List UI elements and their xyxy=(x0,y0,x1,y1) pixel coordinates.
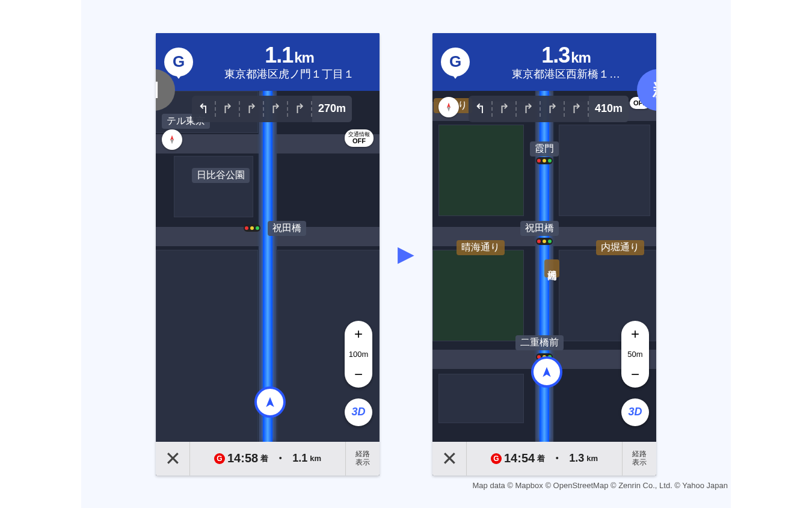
footer-bar: ✕ G 14:58着 ・ 1.1km 経路 表示 xyxy=(156,442,380,475)
eta-display: G 14:58着 ・ 1.1km xyxy=(190,450,345,466)
remaining-distance-unit: km xyxy=(294,49,314,66)
current-location-icon xyxy=(254,386,286,418)
poi-bridge: 祝田橋 xyxy=(520,221,559,236)
lane-arrow-icon: ↱ xyxy=(240,101,264,117)
arrow-right-icon: ▶ xyxy=(398,241,414,267)
zoom-out-button[interactable]: − xyxy=(345,361,372,388)
close-button[interactable]: ✕ xyxy=(432,442,467,475)
lane-arrow-icon: ↱ xyxy=(565,101,589,117)
lane-arrow-icon: ↱ xyxy=(216,101,240,117)
traffic-info-label: 交通情報 xyxy=(348,132,370,138)
map-canvas[interactable]: テル東京 日比谷公園 祝田橋 交通情報 OFF + 100m − xyxy=(156,91,380,442)
lane-arrow-icon: ↱ xyxy=(288,101,312,117)
3d-toggle-button[interactable]: 3D xyxy=(345,398,372,426)
map-canvas[interactable]: 霞門 祝田橋 晴海通り 内堀通り 内堀通り 谷通り 二重橋前 OFF xyxy=(432,91,656,442)
goal-small-icon: G xyxy=(214,453,225,464)
svg-marker-1 xyxy=(170,138,174,144)
route-btn-l1: 経路 xyxy=(632,450,647,458)
destination-address: 東京都港区西新橋１… xyxy=(476,67,656,81)
route-btn-l2: 表示 xyxy=(632,459,647,466)
remaining-distance-value: 1.3 xyxy=(541,43,570,67)
poi-uchibori: 内堀通り xyxy=(596,240,644,255)
eta-distance-unit: km xyxy=(586,454,598,463)
remaining-distance-unit: km xyxy=(571,49,591,66)
zoom-control: + 100m − xyxy=(345,321,372,388)
compass-button[interactable] xyxy=(162,129,182,150)
lane-arrow-icon: ↱ xyxy=(541,101,565,117)
nav-header: G 1.1km 東京都港区虎ノ門１丁目１ xyxy=(156,33,380,91)
remaining-distance-value: 1.1 xyxy=(265,43,293,67)
lane-arrow-icon: ↱ xyxy=(517,101,541,117)
goal-small-icon: G xyxy=(491,453,502,464)
lane-arrow-icon: ↱ xyxy=(493,101,517,117)
poi-park: 日比谷公園 xyxy=(192,168,250,183)
zoom-scale-label: 100m xyxy=(345,347,372,361)
lane-guidance: ↰ ↱ ↱ ↱ ↱ 270m xyxy=(192,96,352,122)
lane-arrow-icon: ↰ xyxy=(192,101,216,117)
eta-display: G 14:54着 ・ 1.3km xyxy=(467,450,622,466)
traffic-light-icon xyxy=(536,238,553,245)
lane-distance: 410m xyxy=(589,96,629,122)
route-display-button[interactable]: 経路 表示 xyxy=(345,442,380,475)
remaining-distance: 1.1km xyxy=(199,43,380,68)
lane-arrow-icon: ↰ xyxy=(469,101,493,117)
close-button[interactable]: ✕ xyxy=(156,442,190,475)
svg-marker-2 xyxy=(266,397,274,407)
lane-arrow-icon: ↱ xyxy=(264,101,288,117)
traffic-light-icon xyxy=(536,157,553,164)
zoom-control: + 50m − xyxy=(621,321,649,388)
traffic-info-state: OFF xyxy=(348,137,370,144)
poi-kasumi: 霞門 xyxy=(530,141,559,156)
poi-uchibori-v: 内堀通り xyxy=(544,259,559,277)
remaining-distance: 1.3km xyxy=(476,43,656,68)
svg-marker-5 xyxy=(543,367,550,377)
zoom-in-button[interactable]: + xyxy=(621,321,649,347)
zoom-in-button[interactable]: + xyxy=(345,321,372,347)
eta-time: 14:58 xyxy=(227,451,258,465)
current-location-icon xyxy=(531,356,562,388)
eta-distance-value: 1.3 xyxy=(569,452,584,465)
poi-nijubashi: 二重橋前 xyxy=(515,335,564,350)
phone-new: 新 G 1.3km 東京都港区西新橋１… ↰ ↱ ↱ ↱ ↱ xyxy=(432,33,656,475)
lane-distance: 270m xyxy=(312,96,352,122)
traffic-light-icon xyxy=(244,225,260,232)
destination-address: 東京都港区虎ノ門１丁目１ xyxy=(199,67,380,81)
3d-toggle-button[interactable]: 3D xyxy=(621,398,649,426)
eta-distance-value: 1.1 xyxy=(292,452,307,465)
svg-marker-4 xyxy=(447,106,451,111)
zoom-out-button[interactable]: − xyxy=(621,361,649,388)
comparison-row: 旧 G 1.1km 東京都港区虎ノ門１丁目１ ↰ ↱ ↱ ↱ ↱ xyxy=(156,33,656,475)
phone-old: 旧 G 1.1km 東京都港区虎ノ門１丁目１ ↰ ↱ ↱ ↱ ↱ xyxy=(156,33,380,475)
poi-bridge: 祝田橋 xyxy=(268,221,306,236)
route-display-button[interactable]: 経路 表示 xyxy=(622,442,656,475)
eta-time: 14:54 xyxy=(504,451,535,465)
map-attribution: Map data © Mapbox © OpenStreetMap © Zenr… xyxy=(0,481,728,490)
route-btn-l1: 経路 xyxy=(355,450,370,458)
nav-header: G 1.3km 東京都港区西新橋１… xyxy=(432,33,656,91)
traffic-info-toggle[interactable]: 交通情報 OFF xyxy=(345,129,374,147)
eta-suffix: 着 xyxy=(260,453,268,464)
goal-icon: G xyxy=(164,48,193,76)
zoom-scale-label: 50m xyxy=(621,347,649,361)
poi-harumi: 晴海通り xyxy=(457,240,505,255)
lane-guidance: ↰ ↱ ↱ ↱ ↱ 410m xyxy=(469,96,629,122)
goal-icon: G xyxy=(441,48,470,76)
route-btn-l2: 表示 xyxy=(355,459,370,466)
footer-bar: ✕ G 14:54着 ・ 1.3km 経路 表示 xyxy=(432,442,656,475)
compass-button[interactable] xyxy=(438,97,459,117)
eta-distance-unit: km xyxy=(310,454,321,463)
eta-suffix: 着 xyxy=(537,453,545,464)
